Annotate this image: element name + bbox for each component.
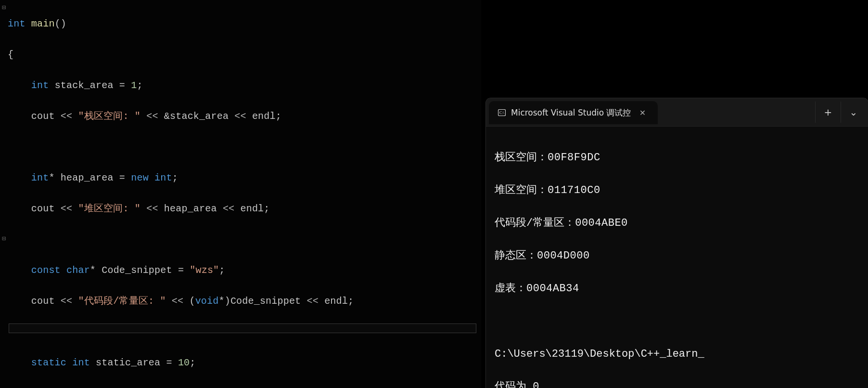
id-cout: cout <box>31 111 55 122</box>
out-vtable-label: 虚表： <box>495 283 526 295</box>
brace-open: { <box>8 49 13 60</box>
paren-close: ) <box>225 296 230 307</box>
paren-open: ( <box>189 296 195 307</box>
terminal-controls: + ⌄ <box>815 98 868 126</box>
void-star: * <box>218 296 224 307</box>
out-path: C:\Users\23119\Desktop\C++_learn_ <box>495 346 859 362</box>
id-cout3: cout <box>31 296 55 307</box>
kw-static: static <box>31 357 66 368</box>
id-heaparea: heap_area <box>61 172 114 183</box>
id-cout2: cout <box>31 203 55 214</box>
terminal-tab-title: Microsoft Visual Studio 调试控 <box>511 107 631 118</box>
fn-main: main <box>31 18 55 29</box>
str-heap: "堆区空间: " <box>78 203 140 214</box>
terminal-tab-close-icon[interactable]: ✕ <box>636 108 649 117</box>
out-heap-label: 堆区空间： <box>495 184 548 196</box>
str-codeseg: "代码段/常量区: " <box>78 296 166 307</box>
op-shl9: << <box>307 296 319 307</box>
out-codeseg-label: 代码段/常量区： <box>495 217 575 229</box>
heap-star: * <box>49 172 54 183</box>
svg-text:C:\: C:\ <box>499 111 505 115</box>
editor-caret-line[interactable] <box>9 323 476 333</box>
op-eq: = <box>119 80 125 91</box>
op-shl4: << <box>61 203 72 214</box>
kw-int: int <box>8 18 26 29</box>
out-static-label: 静态区： <box>495 250 537 262</box>
id-staticarea: static_area <box>96 357 160 368</box>
kw-int-static: int <box>72 357 90 368</box>
id-codesnippet: Code_snippet <box>102 265 172 276</box>
star-char: * <box>90 265 96 276</box>
code-editor[interactable]: ⊟ ⊟ int main() { int stack_area = 1; cou… <box>0 0 481 388</box>
str-stack: "栈区空间: " <box>78 111 140 122</box>
kw-char: char <box>66 265 90 276</box>
out-heap-val: 011710C0 <box>548 184 600 196</box>
num-1: 1 <box>131 80 137 91</box>
out-stack-val: 00F8F9DC <box>548 152 600 164</box>
terminal-window: C:\ Microsoft Visual Studio 调试控 ✕ + ⌄ 栈区… <box>486 98 868 388</box>
terminal-tabbar: C:\ Microsoft Visual Studio 调试控 ✕ + ⌄ <box>486 98 868 127</box>
id-endl3: endl <box>324 296 348 307</box>
terminal-dropdown-button[interactable]: ⌄ <box>841 102 866 123</box>
kw-new: new <box>131 172 149 183</box>
out-codeseg-val: 0004ABE0 <box>575 217 628 229</box>
op-shl3: << <box>234 111 246 122</box>
str-wzs: "wzs" <box>190 265 219 276</box>
op-shl2: << <box>146 111 158 122</box>
id-codesnip-ref: Code_snippet <box>230 296 301 307</box>
op-shl: << <box>61 111 72 122</box>
amp-stack: &stack_area <box>164 111 229 122</box>
op-shl5: << <box>146 203 158 214</box>
out-vtable-val: 0004AB34 <box>526 283 579 295</box>
terminal-new-tab-button[interactable]: + <box>815 102 841 123</box>
id-heapref: heap_area <box>164 203 217 214</box>
kw-void: void <box>195 296 219 307</box>
op-shl7: << <box>61 296 72 307</box>
id-endl: endl <box>252 111 276 122</box>
terminal-icon: C:\ <box>498 108 506 117</box>
terminal-tab-active[interactable]: C:\ Microsoft Visual Studio 调试控 ✕ <box>489 101 658 124</box>
out-static-val: 0004D000 <box>537 250 590 262</box>
op-shl8: << <box>172 296 183 307</box>
terminal-output[interactable]: 栈区空间：00F8F9DC 堆区空间：011710C0 代码段/常量区：0004… <box>486 127 868 388</box>
out-stack-label: 栈区空间： <box>495 152 548 164</box>
num-10: 10 <box>178 357 190 368</box>
id-endl2: endl <box>241 203 264 214</box>
out-exitcode: 代码为 0。 <box>495 379 859 388</box>
op-shl6: << <box>223 203 234 214</box>
kw-int-heap: int <box>31 172 49 183</box>
kw-const: const <box>31 265 61 276</box>
id-stackarea: stack_area <box>55 80 114 91</box>
kw-int-heap2: int <box>154 172 172 183</box>
kw-int-stack: int <box>31 80 49 91</box>
